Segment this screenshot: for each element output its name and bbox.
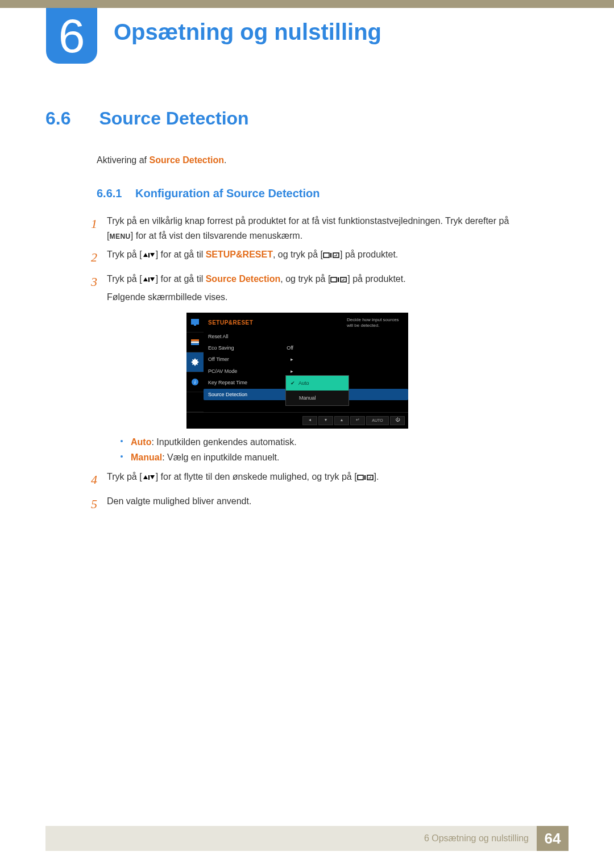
up-down-icon bbox=[142, 276, 156, 283]
intro-prefix: Aktivering af bbox=[97, 155, 149, 165]
svg-rect-21 bbox=[148, 475, 150, 480]
chapter-title: Opsætning og nulstilling bbox=[114, 19, 381, 45]
step2-text-d: ] på produktet. bbox=[340, 250, 398, 259]
osd-btn-down-icon: ▾ bbox=[318, 416, 333, 425]
osd-row-eco: Eco SavingOff bbox=[204, 342, 408, 354]
page-footer: 6 Opsætning og nulstilling 64 bbox=[45, 826, 569, 851]
svg-marker-22 bbox=[150, 475, 155, 479]
osd-btn-enter-icon: ↵ bbox=[350, 416, 365, 425]
subsection-number: 6.6.1 bbox=[97, 187, 122, 200]
svg-rect-9 bbox=[331, 277, 337, 282]
step-4: 4 Tryk på [] for at flytte til den ønske… bbox=[91, 470, 569, 489]
subsection-heading: 6.6.1 Konfiguration af Source Detection bbox=[97, 187, 569, 200]
step2-text-a: Tryk på [ bbox=[107, 250, 142, 259]
footer-label: 6 Opsætning og nulstilling bbox=[424, 833, 529, 844]
svg-rect-4 bbox=[330, 253, 331, 258]
svg-rect-14 bbox=[191, 339, 199, 341]
option-bullets: Auto: Inputkilden genkendes automatisk. … bbox=[121, 434, 569, 465]
section-heading: 6.6 Source Detection bbox=[45, 108, 569, 129]
step-1: 1 Tryk på en vilkårlig knap forrest på p… bbox=[91, 214, 569, 243]
section-title: Source Detection bbox=[99, 108, 248, 129]
svg-rect-23 bbox=[358, 475, 363, 480]
up-down-icon bbox=[142, 474, 156, 481]
osd-btn-auto: AUTO bbox=[366, 416, 389, 425]
subsection-title: Konfiguration af Source Detection bbox=[135, 187, 320, 200]
osd-popup: ✔Auto Manual bbox=[285, 375, 349, 406]
osd-btn-power-icon: ⏻ bbox=[390, 416, 405, 425]
bullet-auto: Auto: Inputkilden genkendes automatisk. bbox=[121, 434, 569, 450]
osd-row-offtimer: Off Timer▸ bbox=[204, 354, 408, 365]
top-accent-bar bbox=[0, 0, 614, 8]
svg-marker-8 bbox=[150, 277, 155, 281]
chapter-badge: 6 bbox=[46, 8, 97, 64]
osd-option-auto: ✔Auto bbox=[286, 376, 349, 391]
svg-rect-16 bbox=[191, 343, 199, 345]
up-down-icon bbox=[142, 252, 156, 259]
osd-row-reset: Reset All bbox=[204, 331, 408, 342]
intro-highlight: Source Detection bbox=[149, 155, 224, 165]
osd-tab-picture-icon bbox=[186, 313, 204, 333]
step3-text-b: ] for at gå til bbox=[156, 274, 206, 284]
svg-rect-25 bbox=[367, 475, 373, 480]
step3-text-d: ] på produktet. bbox=[347, 274, 405, 284]
osd-tab-empty bbox=[186, 392, 204, 412]
bullet-manual: Manual: Vælg en inputkilde manuelt. bbox=[121, 450, 569, 465]
step5-text: Den valgte mulighed bliver anvendt. bbox=[107, 494, 569, 514]
step-2: 2 Tryk på [] for at gå til SETUP&RESET, … bbox=[91, 247, 569, 267]
step-number: 3 bbox=[91, 272, 107, 465]
step-3: 3 Tryk på [] for at gå til Source Detect… bbox=[91, 272, 569, 465]
step-number: 2 bbox=[91, 247, 107, 267]
step2-text-c: , og tryk på [ bbox=[273, 250, 323, 259]
footer-page-number: 64 bbox=[537, 826, 569, 851]
osd-tab-info-icon: i bbox=[186, 372, 204, 392]
steps-list: 1 Tryk på en vilkårlig knap forrest på p… bbox=[91, 214, 569, 514]
osd-tab-settings-icon bbox=[186, 352, 204, 372]
enter-source-icon bbox=[330, 276, 347, 283]
step-number: 4 bbox=[91, 470, 107, 489]
svg-rect-12 bbox=[191, 319, 199, 325]
svg-marker-0 bbox=[143, 253, 148, 257]
step-number: 5 bbox=[91, 494, 107, 514]
osd-footer: ◂ ▾ ▴ ↵ AUTO ⏻ bbox=[186, 412, 408, 429]
svg-rect-1 bbox=[148, 253, 150, 258]
svg-rect-15 bbox=[191, 341, 199, 343]
step2-text-b: ] for at gå til bbox=[156, 250, 206, 259]
svg-marker-6 bbox=[143, 277, 148, 281]
step3-highlight: Source Detection bbox=[206, 274, 281, 284]
svg-rect-11 bbox=[341, 277, 346, 282]
svg-marker-20 bbox=[143, 475, 148, 479]
osd-sidebar: i bbox=[186, 313, 204, 412]
svg-rect-7 bbox=[148, 277, 150, 282]
osd-btn-left-icon: ◂ bbox=[302, 416, 317, 425]
step3-text-c: , og tryk på [ bbox=[280, 274, 330, 284]
enter-source-icon bbox=[357, 474, 374, 481]
step2-highlight: SETUP&RESET bbox=[206, 250, 273, 259]
svg-rect-3 bbox=[323, 253, 329, 258]
step3-text-a: Tryk på [ bbox=[107, 274, 142, 284]
menu-key-icon: MENU bbox=[109, 232, 130, 240]
svg-rect-10 bbox=[338, 277, 339, 282]
step-5: 5 Den valgte mulighed bliver anvendt. bbox=[91, 494, 569, 514]
svg-marker-2 bbox=[150, 253, 155, 257]
osd-btn-up-icon: ▴ bbox=[334, 416, 349, 425]
chapter-number: 6 bbox=[59, 12, 85, 60]
svg-rect-13 bbox=[194, 325, 196, 326]
step4-text-c: ]. bbox=[374, 472, 379, 481]
section-number: 6.6 bbox=[45, 108, 97, 129]
svg-marker-17 bbox=[191, 358, 199, 366]
intro-text: Aktivering af Source Detection. bbox=[97, 155, 569, 165]
osd-option-manual: Manual bbox=[286, 391, 349, 405]
intro-suffix: . bbox=[224, 155, 226, 165]
step3-follow: Følgende skærmbillede vises. bbox=[107, 290, 569, 305]
enter-source-icon bbox=[323, 252, 340, 259]
svg-rect-5 bbox=[333, 253, 339, 258]
check-icon: ✔ bbox=[291, 379, 295, 387]
step-number: 1 bbox=[91, 214, 107, 243]
osd-screenshot: i SETUP&RESET Reset All Eco SavingOff Of… bbox=[186, 313, 408, 429]
osd-tab-color-icon bbox=[186, 333, 204, 352]
step4-text-b: ] for at flytte til den ønskede mulighed… bbox=[156, 472, 357, 481]
step1-text-b: ] for at få vist den tilsvarende menuskæ… bbox=[131, 231, 302, 240]
step4-text-a: Tryk på [ bbox=[107, 472, 142, 481]
step1-text-a: Tryk på en vilkårlig knap forrest på pro… bbox=[107, 216, 509, 226]
osd-tip: Decide how input sources will be detecte… bbox=[347, 317, 404, 329]
